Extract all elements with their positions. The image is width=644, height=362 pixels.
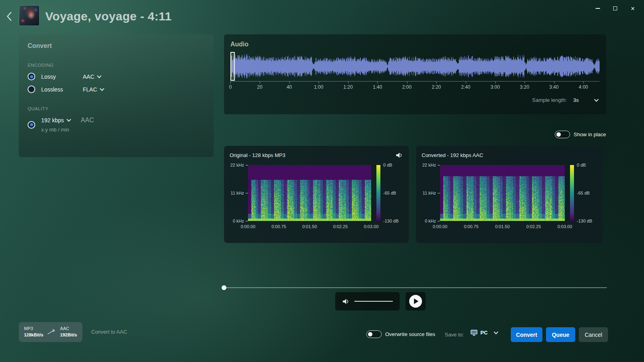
- seek-handle[interactable]: [222, 285, 226, 290]
- db-tick-label: -130 dB: [383, 219, 399, 223]
- freq-tick-label: 0 kHz: [425, 219, 440, 223]
- spectrogram-panel-converted: Converted - 192 kbps AAC 22 kHz11 kHz0 k…: [416, 146, 602, 243]
- seek-bar[interactable]: [224, 284, 607, 291]
- minimize-button[interactable]: [589, 2, 606, 14]
- target-bitrate-label: 192Bit/s: [60, 332, 77, 338]
- db-axis: 0 dB-65 dB-130 dB: [577, 165, 597, 221]
- sample-length-dropdown[interactable]: 3s: [573, 97, 598, 103]
- waveform[interactable]: [230, 54, 600, 79]
- quality-radio[interactable]: [28, 121, 35, 129]
- quality-option-row: 192 kbps AAC x.y mb / min: [28, 117, 205, 133]
- time-tick-label: 2:00: [402, 84, 412, 90]
- toggle-knob: [556, 132, 561, 137]
- quality-details: 192 kbps AAC x.y mb / min: [41, 117, 94, 133]
- waveform-canvas: [230, 54, 600, 79]
- time-tick-label: 20: [257, 84, 262, 90]
- show-in-place-toggle[interactable]: [555, 131, 570, 138]
- time-tick-label: 2:40: [461, 84, 470, 90]
- show-in-place-control: Show in place: [555, 131, 606, 138]
- spec-time-axis: 0:00.000:00.750:01.500:02.250:03.00: [248, 224, 371, 231]
- conversion-summary: Convert to AAC: [91, 329, 127, 335]
- chevron-down-icon: [66, 117, 71, 121]
- chevron-down-icon: [494, 330, 498, 334]
- show-in-place-label: Show in place: [574, 131, 606, 137]
- page-title: Voyage, voyage - 4:11: [45, 10, 172, 23]
- time-tick-label: 0: [229, 84, 232, 90]
- overwrite-toggle[interactable]: [366, 330, 382, 338]
- close-icon: ✕: [631, 6, 635, 11]
- maximize-icon: [613, 6, 617, 10]
- time-tick-label: 1:00: [314, 84, 323, 90]
- window-controls: ✕: [589, 2, 642, 14]
- source-format: MP3 128kBit/s: [24, 326, 43, 338]
- source-bitrate-label: 128kBit/s: [24, 332, 43, 338]
- chevron-down-icon: [594, 97, 598, 101]
- volume-icon[interactable]: [342, 298, 350, 305]
- convert-panel-title: Convert: [28, 42, 205, 50]
- chevron-down-icon: [97, 74, 101, 78]
- bitrate-codec-label: AAC: [81, 117, 94, 124]
- spec-time-tick-label: 0:00.00: [433, 224, 448, 229]
- sample-selection-handle[interactable]: [230, 52, 235, 81]
- time-tick-label: 1:20: [343, 84, 352, 90]
- db-tick-label: -130 dB: [577, 219, 592, 223]
- album-art: [19, 6, 39, 26]
- time-tick-label: 3:20: [520, 84, 529, 90]
- save-to-label: Save to:: [445, 332, 464, 338]
- chevron-down-icon: [100, 86, 104, 91]
- maximize-button[interactable]: [606, 2, 624, 14]
- time-tick-label: 3:40: [549, 84, 558, 90]
- save-destination-dropdown[interactable]: PC: [470, 329, 498, 336]
- freq-tick-label: 11 kHz: [231, 191, 248, 195]
- close-button[interactable]: ✕: [624, 2, 642, 14]
- pc-icon: [470, 329, 478, 336]
- back-chevron-icon: [6, 12, 12, 21]
- cancel-button[interactable]: Cancel: [579, 327, 608, 342]
- spectrogram-plot: [248, 165, 371, 221]
- bitrate-value: 192 kbps: [41, 117, 64, 123]
- spec-time-tick-label: 0:00.75: [272, 224, 286, 229]
- sample-length-row: Sample length: 3s: [230, 97, 600, 103]
- spectrogram-panel-original: Original - 128 kbps MP3 22 kHz11 kHz0 kH…: [224, 146, 409, 243]
- time-tick-label: 1:40: [373, 84, 382, 90]
- convert-button[interactable]: Convert: [511, 327, 542, 342]
- spec-time-tick-label: 0:03.00: [558, 224, 572, 229]
- volume-slider[interactable]: [354, 301, 393, 302]
- sample-length-value: 3s: [573, 97, 579, 103]
- colorbar: [376, 165, 380, 221]
- encoding-section-label: ENCODING: [28, 63, 205, 68]
- audio-panel-title: Audio: [230, 41, 600, 48]
- lossless-codec-dropdown[interactable]: FLAC: [83, 86, 104, 93]
- db-tick-label: 0 dB: [577, 163, 586, 167]
- freq-axis: 22 kHz11 kHz0 kHz: [422, 165, 440, 221]
- time-tick-label: 4:00: [579, 84, 588, 90]
- lossy-option-row: Lossy AAC: [28, 73, 205, 80]
- queue-button[interactable]: Queue: [546, 327, 575, 342]
- lossless-radio[interactable]: [28, 86, 35, 93]
- toggle-knob: [368, 332, 372, 336]
- lossy-codec-dropdown[interactable]: AAC: [83, 74, 101, 80]
- spec-time-tick-label: 0:03.00: [364, 224, 379, 229]
- time-tick-label: 3:00: [490, 84, 500, 90]
- freq-tick-label: 11 kHz: [423, 191, 440, 195]
- minimize-icon: [596, 8, 600, 9]
- time-tick-label: 40: [286, 84, 292, 90]
- back-button[interactable]: [3, 10, 15, 22]
- play-button[interactable]: [406, 292, 426, 310]
- speaker-icon[interactable]: [395, 152, 403, 159]
- spec-time-tick-label: 0:02.25: [333, 224, 348, 229]
- lossless-codec-value: FLAC: [83, 86, 97, 93]
- db-tick-label: 0 dB: [383, 163, 392, 167]
- freq-tick-label: 22 kHz: [230, 163, 248, 167]
- lossless-label: Lossless: [41, 86, 83, 93]
- db-tick-label: -65 dB: [577, 191, 590, 195]
- bitrate-dropdown[interactable]: 192 kbps: [41, 117, 70, 123]
- spec-time-tick-label: 0:00.00: [241, 224, 256, 229]
- arrow-right-icon: [47, 328, 56, 336]
- db-tick-label: -65 dB: [383, 191, 396, 195]
- convert-panel: Convert ENCODING Lossy AAC Lossless FLAC…: [19, 34, 214, 157]
- lossy-radio[interactable]: [28, 73, 35, 80]
- volume-control: [335, 292, 400, 310]
- quality-section-label: QUALITY: [28, 106, 205, 111]
- spec-time-tick-label: 0:00.75: [464, 224, 479, 229]
